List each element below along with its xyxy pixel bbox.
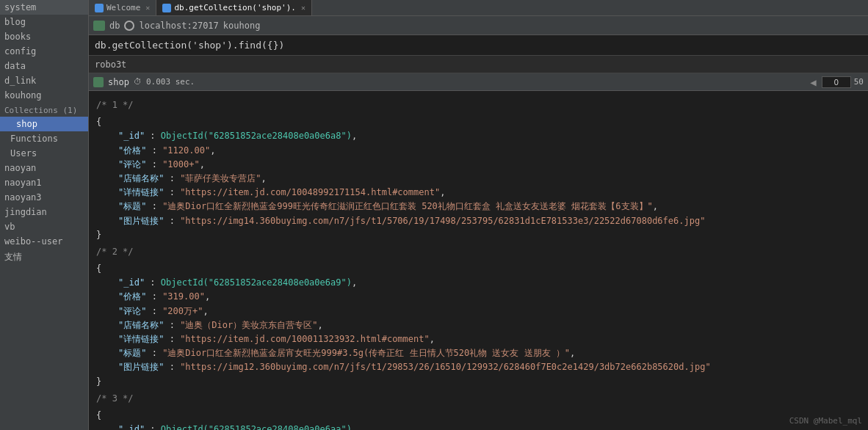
- record-close-2: }: [96, 376, 101, 387]
- json-content[interactable]: /* 1 */ { "_id" : ObjectId("62851852ace2…: [89, 91, 868, 430]
- record-1-price: "价格" : "1120.00",: [96, 144, 861, 158]
- toolbar-collection-label: kouhong: [223, 21, 261, 31]
- record-1-store: "店铺名称" : "菲萨仔美妆专营店",: [96, 172, 861, 186]
- tab-bar: Welcome ✕ db.getCollection('shop'). ✕: [89, 0, 868, 16]
- tab-welcome[interactable]: Welcome ✕: [89, 0, 156, 15]
- record-open-2: {: [96, 263, 101, 274]
- record-1-reviews: "评论" : "1000+",: [96, 158, 861, 172]
- tab-shop[interactable]: db.getCollection('shop'). ✕: [156, 0, 312, 15]
- record-open-1: {: [96, 117, 101, 127]
- record-1-id: "_id" : ObjectId("62851852ace28408e0a0e6…: [96, 129, 861, 143]
- tab-icon-shop: [162, 4, 171, 12]
- results-header: shop ⏱ 0.003 sec. ◀ 50: [89, 73, 868, 91]
- record-open-3: {: [96, 410, 101, 420]
- record-2-detail-url: "详情链接" : "https://item.jd.com/1000113239…: [96, 332, 861, 346]
- sidebar-item-kouhong[interactable]: kouhong: [0, 88, 88, 103]
- record-2-price: "价格" : "319.00",: [96, 290, 861, 304]
- main-panel: Welcome ✕ db.getCollection('shop'). ✕ db…: [89, 0, 868, 430]
- sidebar-item-jingdian[interactable]: jingdian: [0, 205, 88, 219]
- sidebar-item-weibo[interactable]: weibo--user: [0, 234, 88, 249]
- clock-icon: [124, 21, 134, 31]
- record-1-title: "标题" : "迪奥Dior口红全新烈艳蓝金999旺光传奇红滋润正红色口红套装 …: [96, 200, 861, 214]
- record-2-image-url: "图片链接" : "https://img12.360buyimg.com/n7…: [96, 360, 861, 374]
- sidebar-item-config[interactable]: config: [0, 44, 88, 59]
- tab-close-welcome[interactable]: ✕: [145, 4, 150, 12]
- results-time: 0.003 sec.: [146, 77, 195, 87]
- record-2-reviews: "评论" : "200万+",: [96, 305, 861, 318]
- record-2-title: "标题" : "迪奥Dior口红全新烈艳蓝金居宵女旺光999#3.5g(传奇正红…: [96, 346, 861, 360]
- query-text: db.getCollection('shop').find({}): [95, 40, 284, 51]
- query-bar[interactable]: db.getCollection('shop').find({}): [89, 35, 868, 56]
- watermark: CSDN @Mabel_mql: [789, 416, 862, 426]
- sidebar-item-users[interactable]: Users: [0, 146, 88, 161]
- pagination-total: 50: [854, 77, 864, 87]
- tab-close-shop[interactable]: ✕: [301, 4, 305, 12]
- record-close-1: }: [96, 230, 101, 240]
- sidebar-item-data[interactable]: data: [0, 59, 88, 73]
- sidebar-collections-header[interactable]: Collections (1): [0, 103, 88, 117]
- pagination-current[interactable]: [822, 76, 851, 88]
- pagination-prev[interactable]: ◀: [808, 76, 818, 88]
- record-comment-2: /* 2 */: [96, 245, 861, 259]
- record-comment-1: /* 1 */: [96, 98, 861, 112]
- results-collection-icon: [93, 77, 104, 87]
- sidebar-item-naoyan1[interactable]: naoyan1: [0, 175, 88, 190]
- sidebar-item-d_link[interactable]: d_link: [0, 73, 88, 88]
- sidebar-item-vb[interactable]: vb: [0, 219, 88, 234]
- record-1-detail-url: "详情链接" : "https://item.jd.com/1004899217…: [96, 186, 861, 200]
- sidebar: system blog books config data d_link kou…: [0, 0, 89, 430]
- toolbar-host-label: localhost:27017: [139, 21, 218, 31]
- results-collection-name: shop: [108, 77, 129, 87]
- pagination: ◀ 50: [808, 76, 864, 88]
- app-name: robo3t: [95, 59, 126, 70]
- sidebar-item-blog[interactable]: blog: [0, 15, 88, 29]
- tab-icon-welcome: [95, 4, 104, 12]
- toolbar-db-label: db: [109, 21, 120, 31]
- sidebar-item-functions[interactable]: Functions: [0, 131, 88, 146]
- db-icon: [93, 21, 105, 31]
- sidebar-item-naoyan3[interactable]: naoyan3: [0, 190, 88, 205]
- record-1-image-url: "图片链接" : "https://img14.360buyimg.com/n7…: [96, 214, 861, 228]
- record-2-store: "店铺名称" : "迪奥（Dior）美妆京东自营专区",: [96, 318, 861, 332]
- app-name-bar: robo3t: [89, 56, 868, 73]
- sidebar-item-naoyan[interactable]: naoyan: [0, 161, 88, 175]
- record-2-id: "_id" : ObjectId("62851852ace28408e0a0e6…: [96, 276, 861, 290]
- sidebar-item-system[interactable]: system: [0, 0, 88, 15]
- clock-small-icon: ⏱: [134, 77, 142, 87]
- record-comment-3: /* 3 */: [96, 392, 861, 406]
- record-3-id: "_id" : ObjectId("62851852ace28408e0a0e6…: [96, 423, 861, 430]
- sidebar-item-shop[interactable]: shop: [0, 117, 88, 131]
- sidebar-item-books[interactable]: books: [0, 29, 88, 44]
- toolbar: db localhost:27017 kouhong: [89, 16, 868, 35]
- sidebar-item-zhiqing[interactable]: 支情: [0, 249, 88, 266]
